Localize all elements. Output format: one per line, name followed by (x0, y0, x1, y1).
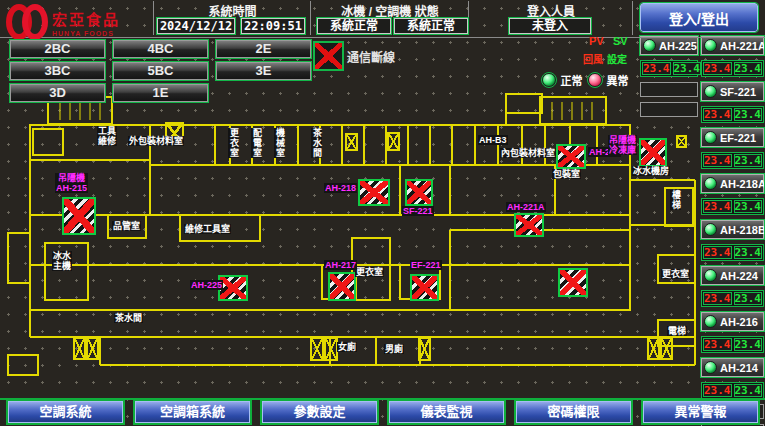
device-label: AH-221A (506, 202, 546, 212)
room-label: 更衣室 (661, 269, 690, 279)
unit-name: SF-221 (720, 86, 756, 98)
chiller-status-box: 系統正常 (317, 18, 391, 34)
floor-button-2bc[interactable]: 2BC (10, 40, 105, 58)
abnormal-lamp-icon (588, 73, 602, 87)
shaft-marker-icon (387, 132, 400, 151)
room-label: 男廁 (384, 344, 404, 354)
pv-value: 23.4 (703, 200, 732, 213)
units-column-left: AH-22523.423.4 (640, 36, 698, 117)
unit-name: AH-218B (720, 224, 765, 236)
shaft-marker-icon (676, 135, 687, 148)
sv-value: 23.4 (734, 200, 763, 213)
unit-button-ah-214[interactable]: AH-214 (701, 358, 764, 377)
brand-name: 宏亞食品 (52, 11, 120, 28)
room-label: 品管室 (112, 221, 141, 231)
nav-button-4[interactable]: 儀表監視 (389, 401, 504, 423)
room-label: 工具 維修 (97, 126, 117, 146)
unit-name: AH-218A (720, 178, 765, 190)
floor-button-4bc[interactable]: 4BC (113, 40, 208, 58)
device-label: EF-221 (410, 260, 442, 270)
status-lamp-icon (643, 39, 656, 52)
floor-button-3d[interactable]: 3D (10, 84, 105, 102)
shaft-marker-icon (324, 337, 338, 361)
pv-value: 23.4 (703, 246, 732, 259)
unit-values: 23.423.4 (701, 152, 764, 169)
pv-desc: 回風 (583, 51, 603, 66)
room-label: 更衣室 (228, 128, 239, 158)
status-lamp-icon (704, 223, 717, 236)
unit-name: AH-221A (720, 40, 765, 52)
unit-button-ah-224[interactable]: AH-224 (701, 266, 764, 285)
pv-value: 23.4 (703, 384, 732, 397)
ahu-device-offline-icon[interactable] (405, 179, 433, 206)
ahu-device-offline-icon[interactable] (328, 272, 356, 301)
room-label: 配電室 (251, 128, 262, 158)
pv-value: 23.4 (703, 108, 732, 121)
ahu-device-offline-icon[interactable] (514, 213, 544, 237)
sv-desc: 設定 (607, 51, 627, 66)
sv-value: 23.4 (734, 384, 763, 397)
system-date: 2024/12/12 (157, 18, 235, 34)
nav-button-2[interactable]: 空調箱系統 (135, 401, 250, 423)
floor-button-5bc[interactable]: 5BC (113, 62, 208, 80)
nav-button-1[interactable]: 空調系統 (8, 401, 123, 423)
floor-button-1e[interactable]: 1E (113, 84, 208, 102)
status-lamp-icon (704, 85, 717, 98)
sv-value: 23.4 (734, 338, 763, 351)
ahu-device-offline-icon[interactable] (62, 197, 96, 235)
nav-button-3[interactable]: 參數設定 (262, 401, 377, 423)
unit-button-ah-221a[interactable]: AH-221A (701, 36, 764, 55)
unit-button-ah-225[interactable]: AH-225 (640, 36, 698, 55)
room-label: 內包裝材料室 (500, 148, 556, 158)
floor-plan: 工具 維修外包裝材料室更衣室配電室機械室茶水間AH-B3內包裝材料室包裝室冰水機… (0, 93, 700, 398)
device-label: AH-217 (324, 260, 357, 270)
shaft-marker-icon (345, 133, 358, 151)
shaft-marker-icon (86, 337, 99, 360)
unit-button-ah-218b[interactable]: AH-218B (701, 220, 764, 239)
device-label: AH-218 (324, 183, 357, 193)
hmi-screen: 宏亞食品 HUNYA FOODS 系統時間 2024/12/12 22:09:5… (0, 0, 765, 426)
shaft-marker-icon (660, 337, 673, 360)
ahu-device-offline-icon[interactable] (358, 179, 390, 206)
floor-button-3bc[interactable]: 3BC (10, 62, 105, 80)
floor-button-3e[interactable]: 3E (216, 62, 311, 80)
ahu-device-offline-icon[interactable] (556, 144, 586, 169)
nav-button-5[interactable]: 密碼權限 (516, 401, 631, 423)
sv-value: 23.4 (734, 246, 763, 259)
pv-value: 23.4 (642, 62, 671, 75)
floor-button-2e[interactable]: 2E (216, 40, 311, 58)
status-lamp-icon (704, 361, 717, 374)
room-label: 維修工具室 (184, 224, 231, 234)
header-divider (468, 1, 469, 35)
device-label: 吊隱機 AH-215 (55, 173, 88, 193)
brand-logo: 宏亞食品 HUNYA FOODS (6, 4, 120, 44)
unit-button-ah-216[interactable]: AH-216 (701, 312, 764, 331)
ahu-device-offline-icon[interactable] (639, 138, 667, 167)
room-label: 電梯 (667, 326, 687, 336)
unit-button-sf-221[interactable]: SF-221 (701, 82, 764, 101)
ahu-device-offline-icon[interactable] (410, 274, 439, 301)
unit-button-ef-221[interactable]: EF-221 (701, 128, 764, 147)
pv-value: 23.4 (703, 62, 732, 75)
unit-name: AH-214 (720, 362, 758, 374)
sv-value: 23.4 (673, 62, 702, 75)
normal-legend: 正常 (542, 71, 582, 89)
login-logout-button[interactable]: 登入/登出 (640, 3, 758, 32)
pv-legend: PV (589, 35, 604, 47)
room-label: 茶水間 (114, 313, 143, 323)
unit-name: AH-224 (720, 270, 758, 282)
nav-button-6[interactable]: 異常警報 (643, 401, 758, 423)
empty-slot (640, 102, 698, 117)
header-divider (153, 1, 154, 35)
ahu-device-offline-icon[interactable] (558, 268, 588, 297)
room-label: 外包裝材料室 (128, 136, 184, 146)
room-label: AH-B3 (478, 135, 508, 145)
unit-name: AH-225 (659, 40, 697, 52)
pv-value: 23.4 (703, 338, 732, 351)
status-lamp-icon (704, 315, 717, 328)
unit-values: 23.423.4 (701, 244, 764, 261)
room-label: 冰水 主機 (52, 251, 72, 271)
unit-button-ah-218a[interactable]: AH-218A (701, 174, 764, 193)
system-clock: 22:09:51 (241, 18, 305, 34)
unit-name: EF-221 (720, 132, 756, 144)
